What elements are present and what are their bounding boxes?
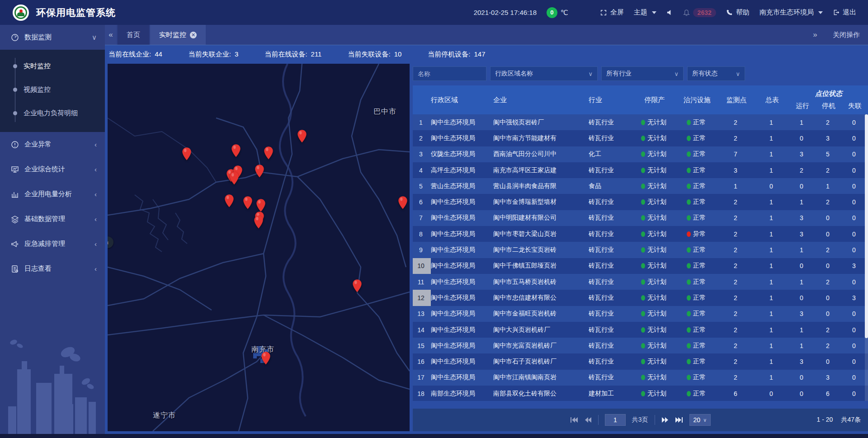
cell-company: 阆中市忠信建材有限公 [487,294,589,302]
map-canvas[interactable]: 巴中市南充市遂宁市 ‹ [108,64,410,431]
tab-首页[interactable]: 首页 [118,25,149,45]
close-operations-button[interactable]: 关闭操作 [833,31,860,39]
table-row[interactable]: 11阆中生态环境局阆中市五马桥页岩机砖砖瓦行业无计划正常21120 [413,274,868,290]
map-pin[interactable] [243,196,253,210]
stop-status-label: 无计划 [647,310,666,318]
cell-stopped: 0 [816,294,842,301]
cell-stop-status: 无计划 [633,166,676,174]
map-pin[interactable] [231,144,241,158]
last-page-button[interactable] [675,417,683,423]
map-pin[interactable] [261,351,271,365]
total-pages-label: 共3页 [632,416,648,424]
fullscreen-button[interactable]: 全屏 [600,8,624,17]
cell-total: 1 [755,374,789,381]
cell-monitor: 2 [718,358,755,365]
map-pin[interactable] [398,196,408,210]
logout-button[interactable]: 退出 [833,8,856,17]
sidebar-item-企业异常[interactable]: 企业异常‹ [0,132,105,157]
name-search-input[interactable] [413,66,486,81]
table-row[interactable]: 8阆中生态环境局阆中市枣碧大梁山页岩砖瓦行业无计划异常21300 [413,226,868,242]
table-row[interactable]: 6阆中生态环境局阆中市金博瑞新型墙材砖瓦行业无计划正常21120 [413,194,868,210]
table-row[interactable]: 2阆中生态环境局阆中市南方节能建材有砖瓦行业无计划正常21030 [413,130,868,146]
cell-region: 阆中生态环境局 [431,134,487,142]
map-pin[interactable] [264,146,274,160]
table-row[interactable]: 7阆中生态环境局阆中明阳建材有限公司砖瓦行业无计划正常21300 [413,210,868,226]
status-dot-icon [641,391,645,396]
map-pin[interactable] [256,198,266,212]
table-row[interactable]: 14阆中生态环境局阆中大兴页岩机砖厂砖瓦行业无计划正常21120 [413,322,868,338]
cell-monitor: 2 [718,326,755,334]
map-pin[interactable] [182,147,192,161]
facility-status-label: 正常 [693,294,706,302]
cell-run: 0 [789,262,816,269]
table-row[interactable]: 10阆中生态环境局阆中千佛镇五郎垭页岩砖瓦行业无计划正常21003 [413,258,868,274]
tab-close-icon[interactable]: ✕ [190,32,197,38]
status-dot-icon [641,247,645,253]
page-number-input[interactable] [605,414,626,426]
map-pin[interactable] [255,164,264,178]
sidebar-item-基础数据管理[interactable]: 基础数据管理‹ [0,207,105,231]
sidebar-item-日志查看[interactable]: 日志查看‹ [0,256,105,281]
table-row[interactable]: 16阆中生态环境局阆中市石子页岩机砖厂砖瓦行业无计划正常21300 [413,353,868,369]
page-size-select[interactable]: 20∨ [689,414,711,426]
col-company: 企业 [487,96,589,104]
cell-company: 阆中强锐页岩砖厂 [487,118,589,127]
tab-实时监控[interactable]: 实时监控✕ [150,25,206,45]
facility-status-label: 正常 [693,358,706,366]
cell-stopped: 0 [816,358,842,365]
tabs-scroll-left-button[interactable]: « [105,25,117,45]
cell-company: 阆中市江南镇阆南页岩 [487,373,589,381]
sidebar-item-企业综合统计[interactable]: 企业综合统计‹ [0,157,105,182]
table-row[interactable]: 12阆中生态环境局阆中市忠信建材有限公砖瓦行业无计划正常21003 [413,290,868,306]
notification-widget[interactable]: 2632 [683,8,716,17]
cell-stopped: 1 [816,183,842,190]
table-row[interactable]: 5营山生态环境局营山县润丰肉食品有限食品无计划正常10010 [413,178,868,194]
table-row[interactable]: 1阆中生态环境局阆中强锐页岩砖厂砖瓦行业无计划正常21120 [413,114,868,130]
status-dot-icon [687,168,691,173]
status-select[interactable]: 所有状态∨ [687,66,745,81]
cell-stop-status: 无计划 [633,118,676,127]
cell-stopped: 5 [816,151,842,158]
map-pin[interactable] [297,129,307,143]
first-page-button[interactable] [570,417,578,423]
status-dot-icon [687,136,691,141]
table-row[interactable]: 4高坪生态环境局南充市高坪区王家店建砖瓦行业无计划正常31220 [413,162,868,178]
sidebar-item-企业用电量分析[interactable]: 企业用电量分析‹ [0,182,105,207]
chevron-down-icon [818,11,823,14]
prev-page-button[interactable] [585,417,592,423]
chevron-left-icon: ‹ [94,190,97,198]
next-page-button[interactable] [661,417,669,423]
cell-lost: 3 [842,294,868,301]
cell-stopped: 2 [816,198,842,206]
org-menu-button[interactable]: 南充市生态环境局 [760,8,823,17]
table-row[interactable]: 15阆中生态环境局阆中市光富页岩机砖厂砖瓦行业无计划正常21120 [413,338,868,353]
sidebar-item-数据监测[interactable]: 数据监测∨ [0,25,105,50]
region-select[interactable]: 行政区域名称∨ [490,66,598,81]
sidebar-subitem-企业电力负荷明细[interactable]: 企业电力负荷明细 [0,101,105,125]
sidebar: 数据监测∨实时监控视频监控企业电力负荷明细企业异常‹企业综合统计‹企业用电量分析… [0,25,105,438]
map-pin[interactable] [229,171,239,185]
sidebar-item-应急减排管理[interactable]: 应急减排管理‹ [0,231,105,256]
table-row[interactable]: 9阆中生态环境局阆中市二龙长宝页岩砖砖瓦行业无计划正常21120 [413,242,868,258]
table-row[interactable]: 3仪陇生态环境局西南油气田分公司川中化工无计划正常71350 [413,146,868,162]
cell-region: 阆中生态环境局 [431,310,487,318]
industry-select[interactable]: 所有行业∨ [601,66,684,81]
table-scrollbar[interactable] [865,114,868,401]
theme-menu-button[interactable]: 主题 [634,8,656,17]
sidebar-submenu: 实时监控视频监控企业电力负荷明细 [0,50,105,132]
table-row[interactable]: 18南部生态环境局南部县双化土砖有限公建材加工无计划正常60060 [413,386,868,401]
map-pin[interactable] [224,194,234,208]
mute-button[interactable] [666,9,673,16]
cell-stopped: 2 [816,246,842,254]
sidebar-subitem-实时监控[interactable]: 实时监控 [0,54,105,78]
map-pin[interactable] [352,279,362,293]
map-pin[interactable] [254,215,264,229]
status-dot-icon [687,359,691,364]
table-row[interactable]: 17阆中生态环境局阆中市江南镇阆南页岩砖瓦行业无计划正常21030 [413,370,868,386]
sidebar-subitem-视频监控[interactable]: 视频监控 [0,78,105,101]
help-button[interactable]: 帮助 [726,8,750,17]
table-row[interactable]: 13阆中生态环境局阆中市金福旺页岩机砖砖瓦行业无计划正常21300 [413,306,868,322]
tabs-scroll-right-button[interactable]: » [809,30,821,39]
cell-stopped: 3 [816,374,842,381]
stop-status-label: 无计划 [647,166,666,174]
